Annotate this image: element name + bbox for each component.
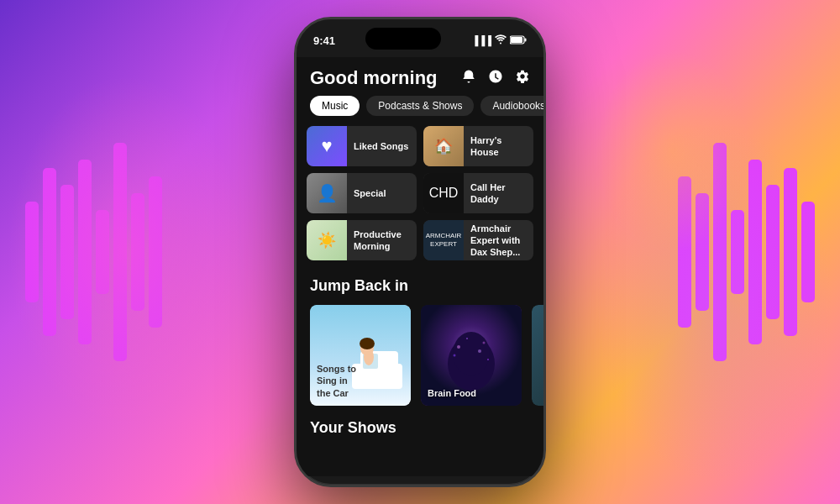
status-bar: 9:41 ▐▐▐ [297, 19, 543, 57]
bell-icon[interactable] [461, 69, 476, 88]
timer-icon[interactable] [488, 69, 503, 88]
jump-back-cards: Songs toSing inthe Car [297, 305, 543, 419]
songs-car-title: Songs toSing inthe Car [317, 363, 356, 399]
your-shows-heading: Your Shows [297, 419, 543, 444]
brain-food-image: Brain Food [421, 305, 522, 406]
tab-music[interactable]: Music [310, 96, 360, 116]
special-thumb: 👤 [307, 173, 347, 213]
harrys-house-thumb: 🏠 [423, 126, 464, 166]
call-her-daddy-label: Call Her Daddy [470, 181, 533, 206]
svg-rect-2 [511, 37, 522, 43]
card-songs-car[interactable]: Songs toSing inthe Car [310, 305, 411, 406]
shortcut-armchair-expert[interactable]: ARMCHAIR EXPERT Armchair Expert with Dax… [423, 220, 533, 260]
special-label: Special [354, 187, 417, 199]
call-her-daddy-thumb: CHD [423, 173, 464, 213]
status-icons: ▐▐▐ [472, 34, 527, 46]
brain-food-title: Brain Food [428, 387, 476, 399]
tab-podcasts-shows[interactable]: Podcasts & Shows [366, 96, 474, 116]
svg-point-13 [457, 345, 460, 349]
status-time: 9:41 [313, 34, 335, 47]
productive-morning-thumb: ☀️ [307, 220, 347, 260]
shortcut-productive-morning[interactable]: ☀️ Productive Morning [307, 220, 417, 260]
card-third[interactable] [532, 305, 543, 406]
shortcut-harrys-house[interactable]: 🏠 Harry's House [423, 126, 533, 166]
svg-point-15 [466, 338, 468, 339]
shortcut-call-her-daddy[interactable]: CHD Call Her Daddy [423, 173, 533, 213]
svg-point-17 [454, 354, 456, 357]
productive-morning-label: Productive Morning [354, 228, 417, 253]
svg-point-14 [483, 342, 486, 344]
jump-back-heading: Jump Back in [297, 274, 543, 305]
card-brain-food[interactable]: Brain Food [421, 305, 522, 406]
phone-wrapper: 9:41 ▐▐▐ [294, 17, 546, 487]
third-card-image [532, 305, 543, 406]
armchair-expert-label: Armchair Expert with Dax Shep... [470, 223, 533, 259]
songs-car-image: Songs toSing inthe Car [310, 305, 411, 406]
svg-point-18 [487, 359, 489, 360]
dynamic-island [365, 28, 441, 50]
wifi-icon [495, 34, 507, 46]
shortcut-special[interactable]: 👤 Special [307, 173, 417, 213]
liked-songs-thumb: ♥ [307, 126, 347, 166]
tab-audiobooks[interactable]: Audiobooks [480, 96, 543, 116]
settings-icon[interactable] [515, 69, 530, 88]
filter-tabs: Music Podcasts & Shows Audiobooks [297, 96, 543, 126]
greeting-text: Good morning [310, 67, 438, 89]
harrys-house-label: Harry's House [470, 134, 533, 159]
heart-icon: ♥ [321, 135, 332, 157]
app-content: Good morning [297, 57, 543, 476]
battery-icon [510, 35, 527, 46]
svg-point-9 [360, 338, 375, 349]
armchair-expert-thumb: ARMCHAIR EXPERT [423, 220, 464, 260]
header-icons [461, 69, 530, 88]
svg-point-12 [453, 332, 490, 375]
liked-songs-label: Liked Songs [354, 140, 417, 152]
shortcuts-grid: ♥ Liked Songs 🏠 Harry's House 👤 S [297, 126, 543, 274]
app-header: Good morning [297, 57, 543, 96]
svg-rect-1 [524, 38, 526, 41]
signal-icon: ▐▐▐ [472, 35, 491, 45]
svg-point-16 [478, 349, 481, 353]
phone: 9:41 ▐▐▐ [294, 17, 546, 487]
shortcut-liked-songs[interactable]: ♥ Liked Songs [307, 126, 417, 166]
